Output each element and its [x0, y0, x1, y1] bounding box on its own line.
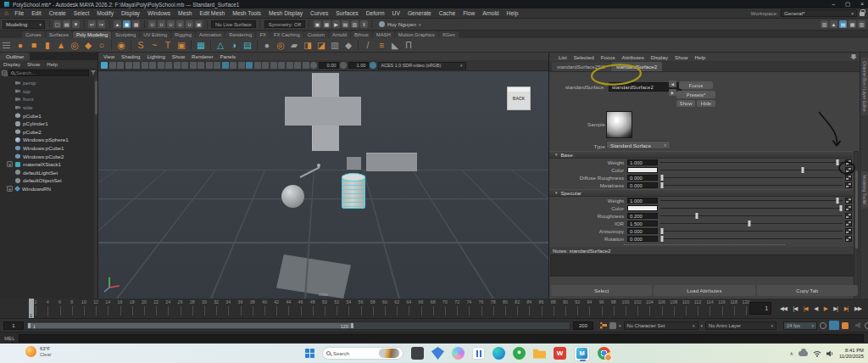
shelf-tab[interactable]: Animation — [196, 31, 225, 38]
menu-item[interactable]: Mesh Display — [264, 10, 306, 16]
hide-button[interactable]: Hide — [697, 100, 715, 107]
shelf-tab[interactable]: MASH — [373, 31, 394, 38]
attribute-slider[interactable] — [660, 182, 843, 188]
expand-toggle[interactable] — [7, 113, 13, 119]
snap-view-plane-icon[interactable]: ∪ — [186, 20, 193, 28]
x-ray-icon[interactable] — [294, 62, 301, 69]
menu-item[interactable]: Modify — [93, 10, 118, 16]
menu-item[interactable]: File — [11, 10, 28, 16]
expand-toggle[interactable] — [7, 137, 13, 142]
retopologize-icon[interactable]: ◎ — [275, 39, 287, 51]
map-texture-button[interactable] — [845, 175, 852, 181]
attribute-editor-footer-button[interactable]: Select — [551, 285, 652, 296]
outliner-item[interactable]: Windows:pSphere1 — [0, 136, 97, 144]
pause-icon[interactable]: ‖ — [360, 20, 368, 28]
gamma-field[interactable]: 1.00 — [348, 62, 369, 69]
playback-options-icon[interactable] — [609, 322, 616, 329]
outliner-menu-item[interactable]: Help — [43, 61, 61, 67]
section-header[interactable]: ▼ Specular — [549, 189, 853, 197]
poly-plane-icon[interactable]: ◆ — [82, 39, 94, 51]
presets-button[interactable]: Presets* — [676, 91, 715, 98]
exposure-field[interactable]: 0.00 — [319, 62, 339, 69]
menu-item[interactable]: Generate — [403, 10, 435, 16]
shelf-tab[interactable]: Rigging — [171, 31, 195, 38]
auto-key-icon[interactable] — [829, 321, 839, 330]
attribute-value-field[interactable]: 0.000 — [627, 175, 658, 181]
attribute-editor-menu-item[interactable]: Display — [648, 54, 671, 60]
onedrive-icon[interactable] — [798, 351, 808, 356]
bridge-icon[interactable]: Π — [403, 39, 415, 51]
attribute-editor-scrollbar[interactable] — [854, 151, 859, 300]
outliner-item[interactable]: defaultLightSet — [0, 169, 97, 177]
make-live-icon[interactable]: ▣ — [195, 20, 203, 28]
select-highlighting-icon[interactable] — [101, 62, 108, 69]
display-resolution-icon[interactable]: ▥ — [351, 20, 359, 28]
slider-handle[interactable] — [748, 221, 751, 226]
slider-handle[interactable] — [661, 182, 664, 188]
taskbar-app-gem[interactable] — [431, 347, 444, 360]
snap-curve-icon[interactable]: ∪ — [158, 20, 165, 28]
current-frame-marker[interactable]: 1 — [29, 299, 34, 318]
menu-item[interactable]: Create — [45, 10, 70, 16]
playback-button[interactable]: ▶| — [844, 305, 849, 312]
redo-icon[interactable]: ↪ — [97, 20, 105, 28]
color-swatch[interactable] — [627, 205, 658, 211]
viewport-canvas[interactable]: BACK side — [98, 71, 548, 299]
filter-icon[interactable] — [91, 70, 96, 75]
attribute-slider[interactable] — [660, 221, 843, 226]
slider-handle[interactable] — [801, 167, 804, 173]
taskbar-app-chrome[interactable] — [598, 347, 610, 360]
menu-item[interactable]: Help — [503, 10, 522, 16]
grid-options-icon[interactable]: ▤ — [242, 39, 253, 51]
taskbar-app-ai[interactable] — [472, 347, 485, 360]
snap-grid-icon[interactable]: ∪ — [148, 20, 156, 28]
center-pivot-icon[interactable]: ◑ — [228, 39, 240, 51]
timeline-ticks[interactable]: 2468101214161820222426283032343638404244… — [29, 299, 746, 318]
textured-icon[interactable] — [230, 62, 236, 69]
poly-cone-icon[interactable]: ▲ — [55, 39, 67, 51]
screen-space-ao-icon[interactable] — [270, 62, 277, 69]
attribute-editor-menu-item[interactable]: Focus — [598, 54, 619, 60]
set-key-icon[interactable] — [600, 322, 607, 329]
platonic-solid-icon[interactable]: ◉ — [115, 39, 127, 51]
playback-range-inner[interactable]: 1 120 — [28, 323, 353, 328]
attribute-slider[interactable] — [660, 236, 843, 242]
multi-cut-icon[interactable]: / — [362, 39, 374, 51]
outliner-menu-item[interactable]: Display — [0, 61, 24, 67]
expand-toggle[interactable] — [7, 80, 13, 86]
outliner-item[interactable]: + materialXStack1 — [0, 160, 97, 169]
mirror-icon[interactable]: ◪ — [315, 39, 327, 51]
attribute-editor-menu-item[interactable]: Selected — [570, 54, 598, 60]
bookmarks-icon[interactable] — [125, 62, 132, 69]
map-texture-button[interactable] — [845, 221, 852, 226]
outliner-scrollbar[interactable] — [94, 77, 97, 299]
home-icon[interactable]: ⌂ — [4, 9, 8, 17]
outliner-item[interactable]: Windows:pCube2 — [0, 152, 97, 160]
next-node-button[interactable]: ▶ — [669, 89, 676, 96]
layout-two-panes-icon[interactable] — [165, 62, 172, 69]
poly-cube-icon[interactable]: ■ — [28, 39, 40, 51]
scene-handle-tip[interactable] — [317, 164, 320, 167]
lock-camera-icon[interactable] — [109, 62, 116, 69]
slider-handle[interactable] — [696, 213, 698, 219]
construction-plane-icon[interactable]: △ — [214, 39, 226, 51]
view-transform-select[interactable]: ACES 1.0 SDR-video (sRGB) — [378, 62, 466, 70]
insert-edge-loop-icon[interactable]: ≡ — [376, 39, 387, 51]
exposure-icon[interactable] — [310, 62, 317, 69]
playback-button[interactable]: ◀◀ — [780, 305, 787, 312]
shelf-tab[interactable]: Motion Graphics — [395, 31, 438, 38]
slider-handle[interactable] — [836, 198, 838, 204]
outliner-menu-item[interactable]: Show — [24, 61, 43, 67]
open-scene-icon[interactable]: ▤ — [63, 20, 70, 28]
viewport-menu-item[interactable]: View — [100, 53, 118, 59]
menu-item[interactable]: Arnold — [479, 10, 503, 16]
character-set-select[interactable]: No Character Set — [624, 321, 698, 330]
shelf-tab[interactable]: Bifrost — [351, 31, 372, 38]
shelf-tab[interactable]: Surfaces — [46, 31, 72, 38]
attribute-editor-tab[interactable]: standardSurface2 — [611, 62, 662, 71]
playback-button[interactable]: ▶ — [824, 305, 827, 312]
expand-toggle[interactable] — [7, 145, 13, 151]
expand-toggle[interactable] — [7, 177, 13, 183]
anim-snap-icon[interactable] — [842, 322, 849, 329]
attribute-slider[interactable] — [660, 159, 843, 165]
